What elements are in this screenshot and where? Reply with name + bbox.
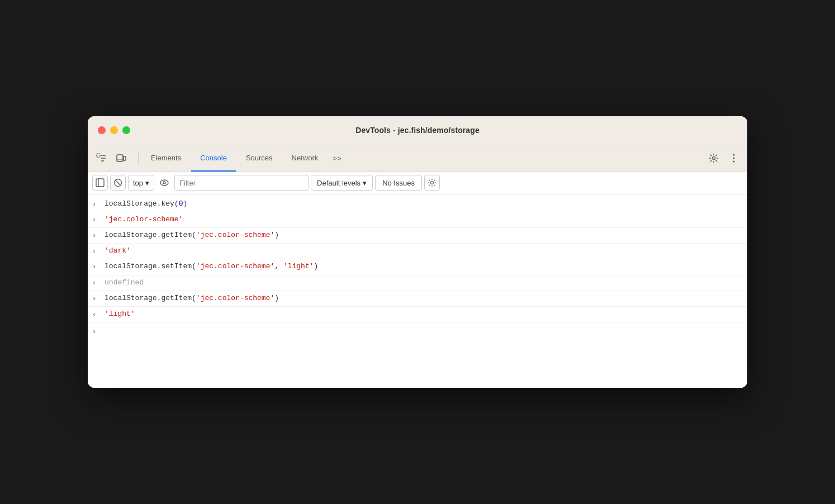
console-line-7[interactable]: › localStorage.getItem('jec.color-scheme… (88, 291, 747, 307)
settings-button[interactable] (705, 149, 723, 167)
tab-more-button[interactable]: >> (328, 151, 345, 166)
no-issues-button[interactable]: No Issues (375, 175, 422, 191)
console-line-6[interactable]: ‹ undefined (88, 275, 747, 291)
tab-network[interactable]: Network (283, 145, 328, 172)
svg-rect-11 (96, 179, 104, 187)
svg-point-8 (733, 154, 735, 156)
console-text-5: localStorage.setItem('jec.color-scheme',… (105, 261, 318, 273)
devtools-window: DevTools - jec.fish/demo/storage (88, 116, 747, 388)
filter-input[interactable] (174, 175, 309, 191)
inspect-element-button[interactable] (92, 149, 110, 167)
console-padding (88, 341, 747, 386)
live-expressions-button[interactable] (156, 175, 172, 191)
more-options-button[interactable] (725, 149, 743, 167)
cursor-prompt: › (92, 327, 100, 337)
console-settings-button[interactable] (424, 175, 440, 191)
traffic-lights (98, 126, 130, 134)
svg-line-14 (115, 180, 121, 186)
console-arrow-out-2: ‹ (92, 215, 100, 226)
console-arrow-out-8: ‹ (92, 310, 100, 320)
console-line-5[interactable]: › localStorage.setItem('jec.color-scheme… (88, 259, 747, 275)
console-cursor-line[interactable]: › (88, 322, 747, 341)
console-arrow-in-5: › (92, 262, 100, 273)
svg-point-9 (733, 158, 735, 159)
svg-rect-0 (97, 154, 100, 157)
tab-divider (138, 151, 139, 165)
sidebar-toggle-button[interactable] (92, 175, 108, 191)
console-toolbar: top ▾ Default levels ▾ No Issues (88, 172, 747, 194)
console-text-1: localStorage.key(0) (105, 198, 187, 210)
console-text-4: 'dark' (105, 245, 131, 257)
levels-label: Default levels (317, 179, 360, 187)
svg-rect-4 (117, 155, 123, 161)
console-line-8[interactable]: ‹ 'light' (88, 307, 747, 322)
console-line-1[interactable]: › localStorage.key(0) (88, 197, 747, 212)
svg-point-15 (160, 180, 168, 186)
console-text-7: localStorage.getItem('jec.color-scheme') (105, 293, 279, 305)
console-line-2[interactable]: ‹ 'jec.color-scheme' (88, 212, 747, 228)
device-toolbar-button[interactable] (112, 149, 130, 167)
context-chevron: ▾ (145, 179, 149, 187)
console-line-3[interactable]: › localStorage.getItem('jec.color-scheme… (88, 228, 747, 244)
console-output: › localStorage.key(0) ‹ 'jec.color-schem… (88, 194, 747, 388)
clear-console-button[interactable] (110, 175, 126, 191)
minimize-button[interactable] (110, 126, 118, 134)
console-text-2: 'jec.color-scheme' (105, 214, 183, 226)
console-text-3: localStorage.getItem('jec.color-scheme') (105, 230, 279, 241)
tab-sources[interactable]: Sources (237, 145, 282, 172)
console-line-4[interactable]: ‹ 'dark' (88, 244, 747, 259)
context-label: top (133, 179, 143, 187)
tab-console[interactable]: Console (191, 145, 236, 172)
svg-point-10 (733, 161, 735, 163)
title-bar: DevTools - jec.fish/demo/storage (88, 116, 747, 145)
tab-bar: Elements Console Sources Network >> (88, 145, 747, 172)
console-arrow-out-4: ‹ (92, 246, 100, 257)
svg-rect-5 (124, 156, 126, 160)
close-button[interactable] (98, 126, 106, 134)
log-levels-selector[interactable]: Default levels ▾ (311, 175, 373, 191)
console-text-6: undefined (105, 277, 144, 289)
tab-bar-right-icons (705, 149, 743, 167)
svg-point-17 (430, 182, 433, 184)
svg-point-7 (713, 157, 715, 160)
console-arrow-in: › (92, 199, 100, 210)
tab-bar-left-icons (92, 149, 130, 167)
console-arrow-out-6: ‹ (92, 278, 100, 289)
context-selector[interactable]: top ▾ (128, 175, 154, 191)
maximize-button[interactable] (122, 126, 130, 134)
window-title: DevTools - jec.fish/demo/storage (355, 126, 480, 135)
tab-elements[interactable]: Elements (142, 145, 190, 172)
svg-point-16 (163, 182, 165, 184)
console-text-8: 'light' (105, 308, 135, 320)
console-arrow-in-7: › (92, 294, 100, 305)
levels-chevron: ▾ (363, 179, 367, 187)
console-arrow-in-3: › (92, 231, 100, 241)
